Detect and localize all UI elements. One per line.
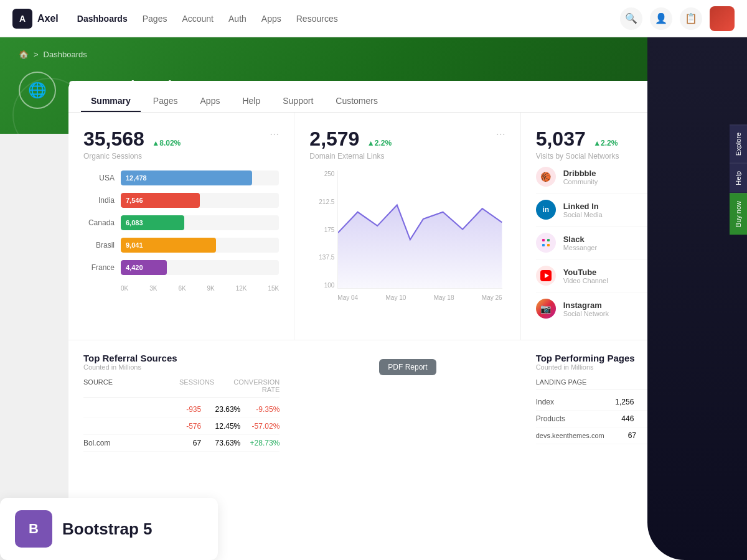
- nav-auth[interactable]: Auth: [228, 14, 247, 24]
- referral-row-1: -576 12.45% -57.02%: [83, 418, 280, 435]
- metric-value-2: 5,037: [536, 128, 586, 150]
- brand-name: Axel: [37, 13, 59, 24]
- nav-account[interactable]: Account: [182, 14, 214, 24]
- breadcrumb: 🏠 > Dashboards: [19, 50, 728, 59]
- metric-label-0: Organic Sessions: [83, 152, 279, 161]
- side-buttons: Explore Help Buy now: [730, 124, 747, 235]
- bootstrap5-text: Bootstrap 5: [62, 520, 152, 539]
- buynow-side-button[interactable]: Buy now: [730, 193, 747, 235]
- bar-row-usa: USA 12,478: [83, 170, 279, 185]
- bar-row-india: India 7,546: [83, 193, 279, 208]
- help-side-button[interactable]: Help: [730, 163, 747, 193]
- bootstrap5-overlay: B Bootstrap 5: [0, 498, 218, 560]
- referral-row-0: -935 23.63% -9.35%: [83, 401, 280, 418]
- bar-chart: USA 12,478 India 7,546 Canada 6,083: [83, 170, 279, 292]
- nav-resources[interactable]: Resources: [296, 14, 338, 24]
- bottom-section: Top Referral Sources Counted in Millions…: [68, 340, 747, 464]
- tab-support[interactable]: Support: [273, 91, 323, 112]
- line-chart: 250 212.5 175 137.5 100: [309, 170, 505, 301]
- x-axis-labels: May 04 May 10 May 18 May 26: [337, 294, 502, 301]
- youtube-icon: [536, 266, 556, 286]
- metric-value-0: 35,568: [83, 128, 144, 150]
- main-content: Summary Pages Apps Help Support Customer…: [68, 81, 747, 560]
- referral-card: Top Referral Sources Counted in Millions…: [68, 340, 294, 464]
- search-button[interactable]: 🔍: [620, 7, 642, 30]
- dark-panel: [647, 37, 747, 560]
- svg-rect-1: [547, 239, 550, 241]
- y-axis: 250 212.5 175 137.5 100: [309, 170, 334, 289]
- tabs: Summary Pages Apps Help Support Customer…: [68, 81, 747, 113]
- svg-rect-0: [542, 239, 545, 241]
- navbar-actions: 🔍 👤 📋: [620, 6, 735, 31]
- tab-customers[interactable]: Customers: [326, 91, 388, 112]
- svg-rect-3: [547, 244, 550, 246]
- pdf-report-card: PDF Report: [294, 340, 520, 464]
- metric-change-2: ▲2.2%: [593, 139, 618, 147]
- referral-row-2: Bol.com 67 73.63% +28.73%: [83, 435, 280, 452]
- dashboard-grid: ··· 35,568 ▲8.02% Organic Sessions USA 1…: [68, 113, 747, 340]
- metric-organic-sessions: ··· 35,568 ▲8.02% Organic Sessions USA 1…: [68, 113, 294, 340]
- bar-row-france: France 4,420: [83, 260, 279, 275]
- user-avatar[interactable]: [710, 6, 735, 31]
- instagram-icon: 📷: [536, 299, 556, 319]
- metric-change-1: ▲2.2%: [367, 139, 392, 147]
- bar-x-axis: 0K 3K 6K 9K 12K 15K: [83, 282, 279, 292]
- navbar: A Axel Dashboards Pages Account Auth App…: [0, 0, 747, 37]
- more-options-btn-0[interactable]: ···: [270, 128, 279, 141]
- tab-pages[interactable]: Pages: [143, 91, 188, 112]
- bootstrap5-icon: B: [15, 510, 52, 548]
- bar-row-brasil: Brasil 9,041: [83, 238, 279, 253]
- settings-button[interactable]: 📋: [680, 7, 702, 30]
- nav-links: Dashboards Pages Account Auth Apps Resou…: [77, 14, 620, 24]
- brand: A Axel: [12, 9, 59, 29]
- explore-side-button[interactable]: Explore: [730, 124, 747, 163]
- nav-dashboards[interactable]: Dashboards: [77, 14, 128, 24]
- dribbble-icon: 🏀: [536, 167, 556, 187]
- bar-row-canada: Canada 6,083: [83, 215, 279, 230]
- referral-table-header: SOURCE SESSIONS CONVERSION RATE: [83, 378, 280, 398]
- tab-apps[interactable]: Apps: [190, 91, 230, 112]
- metric-value-1: 2,579: [309, 128, 359, 150]
- metric-label-1: Domain External Links: [309, 152, 505, 161]
- nav-apps[interactable]: Apps: [261, 14, 281, 24]
- metric-domain-links: ··· 2,579 ▲2.2% Domain External Links 25…: [294, 113, 520, 340]
- metric-change-0: ▲8.02%: [152, 139, 181, 147]
- notifications-button[interactable]: 👤: [650, 7, 672, 30]
- tab-help[interactable]: Help: [232, 91, 270, 112]
- brand-icon: A: [12, 9, 32, 29]
- nav-pages[interactable]: Pages: [143, 14, 167, 24]
- slack-icon: [536, 233, 556, 253]
- svg-rect-2: [542, 244, 545, 246]
- more-options-btn-1[interactable]: ···: [496, 128, 505, 141]
- chart-plot: [337, 170, 502, 289]
- pdf-report-button[interactable]: PDF Report: [379, 359, 436, 375]
- home-icon: 🏠: [19, 50, 29, 59]
- linkedin-icon: in: [536, 200, 556, 220]
- tab-summary[interactable]: Summary: [81, 91, 141, 112]
